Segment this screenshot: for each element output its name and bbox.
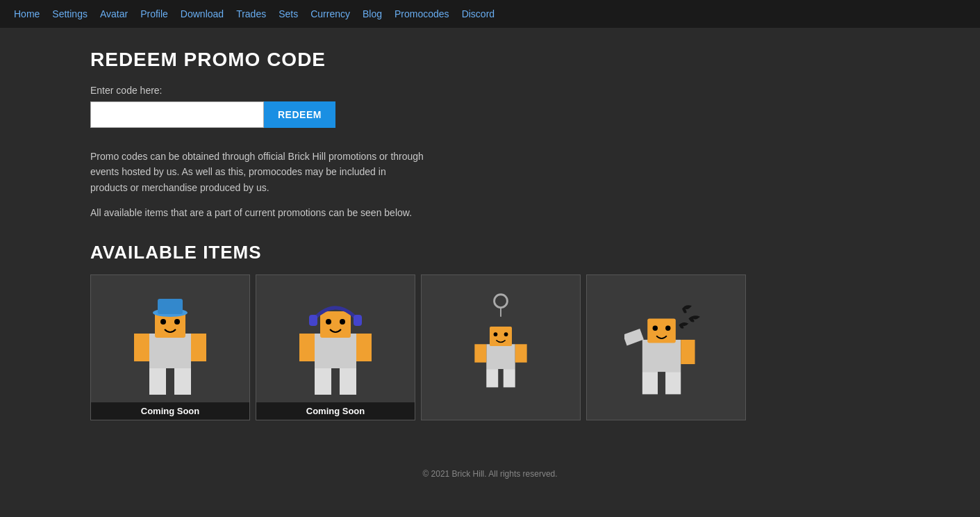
promo-form-section: Enter code here: REDEEM (90, 85, 890, 128)
svg-rect-11 (320, 311, 351, 338)
items-grid: Coming Soon (90, 274, 890, 420)
item-label-2: Coming Soon (256, 402, 415, 420)
nav-home[interactable]: Home (14, 8, 40, 19)
promo-code-input[interactable] (90, 101, 264, 128)
svg-rect-35 (681, 339, 695, 363)
svg-point-20 (495, 294, 508, 307)
svg-point-24 (494, 332, 498, 336)
footer-text: © 2021 Brick Hill. All rights reserved. (422, 469, 557, 479)
nav-currency[interactable]: Currency (310, 8, 350, 19)
nav-download[interactable]: Download (181, 8, 224, 19)
nav-trades[interactable]: Trades (236, 8, 266, 19)
svg-rect-9 (174, 368, 191, 395)
svg-rect-0 (149, 334, 191, 368)
item-card-3[interactable] (421, 274, 581, 420)
svg-rect-31 (647, 318, 676, 343)
redeem-button[interactable]: REDEEM (264, 101, 335, 128)
svg-point-33 (665, 325, 670, 330)
nav-sets[interactable]: Sets (279, 8, 298, 19)
svg-rect-8 (149, 368, 166, 395)
svg-rect-26 (474, 344, 486, 362)
svg-rect-16 (299, 334, 315, 361)
nav-discord[interactable]: Discord (462, 8, 495, 19)
footer: © 2021 Brick Hill. All rights reserved. (0, 455, 980, 493)
svg-rect-30 (642, 339, 681, 371)
form-label: Enter code here: (90, 85, 890, 96)
main-content: REDEEM PROMO CODE Enter code here: REDEE… (0, 28, 980, 441)
svg-rect-37 (665, 372, 681, 394)
navbar: Home Settings Avatar Profile Download Tr… (0, 0, 980, 28)
description-section: Promo codes can be obtained through offi… (90, 149, 424, 221)
svg-point-3 (174, 319, 180, 325)
input-row: REDEEM (90, 101, 890, 128)
svg-rect-17 (356, 334, 372, 361)
nav-blog[interactable]: Blog (363, 8, 382, 19)
svg-rect-15 (354, 315, 362, 326)
svg-rect-19 (340, 368, 356, 395)
page-title: REDEEM PROMO CODE (90, 49, 890, 71)
svg-rect-7 (191, 334, 206, 361)
description-paragraph-2: All available items that are a part of c… (90, 205, 424, 220)
svg-point-25 (504, 332, 508, 336)
svg-rect-14 (309, 315, 317, 326)
nav-settings[interactable]: Settings (52, 8, 88, 19)
svg-rect-10 (315, 334, 356, 368)
item-card-2[interactable]: Coming Soon (256, 274, 415, 420)
nav-avatar[interactable]: Avatar (100, 8, 128, 19)
available-items-title: AVAILABLE ITEMS (90, 242, 890, 263)
svg-rect-18 (315, 368, 331, 395)
item-image-4 (587, 275, 745, 420)
item-image-2 (256, 275, 415, 420)
svg-point-2 (160, 319, 166, 325)
svg-rect-23 (490, 326, 512, 345)
nav-promocodes[interactable]: Promocodes (395, 8, 449, 19)
svg-rect-29 (504, 369, 515, 387)
description-paragraph-1: Promo codes can be obtained through offi… (90, 149, 424, 195)
item-image-3 (422, 275, 580, 420)
item-card-4[interactable] (586, 274, 746, 420)
svg-point-12 (326, 319, 331, 325)
svg-rect-27 (515, 344, 527, 362)
svg-point-32 (653, 325, 658, 330)
svg-rect-28 (486, 369, 498, 387)
item-label-1: Coming Soon (91, 402, 249, 420)
item-card-1[interactable]: Coming Soon (90, 274, 250, 420)
svg-rect-22 (486, 344, 515, 369)
svg-point-13 (340, 319, 345, 325)
svg-rect-5 (158, 299, 183, 314)
svg-rect-6 (134, 334, 149, 361)
nav-profile[interactable]: Profile (140, 8, 168, 19)
svg-rect-34 (624, 329, 644, 345)
item-image-1 (91, 275, 249, 420)
svg-rect-36 (642, 372, 658, 394)
